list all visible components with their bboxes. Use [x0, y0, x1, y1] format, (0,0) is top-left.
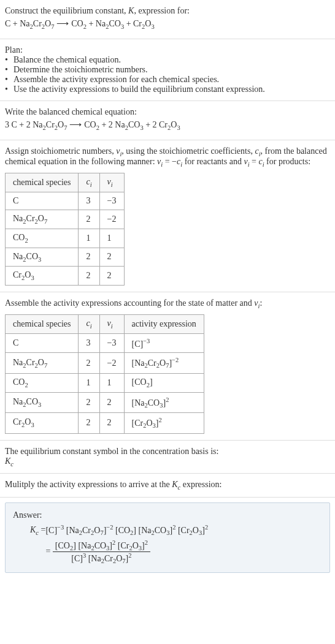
co: CO	[84, 120, 96, 129]
header-species: chemical species	[6, 314, 79, 333]
t: [C]	[45, 526, 57, 535]
t: Na	[13, 397, 23, 406]
cell-species: Na2Cr2O7	[6, 210, 79, 229]
cell-ci: 2	[79, 248, 99, 267]
table-row: CO211[CO2]	[6, 373, 204, 392]
header-ci: ci	[79, 314, 99, 333]
table-header-row: chemical species ci νi	[6, 173, 125, 192]
coef-c: 3 C	[5, 120, 17, 129]
t: Na	[13, 214, 23, 223]
t: [Na	[78, 540, 91, 550]
cell-activity: [CO2]	[124, 373, 204, 392]
sub-c: c	[10, 460, 13, 467]
cell-ci: 1	[79, 373, 99, 392]
sub: 3	[151, 23, 154, 30]
t: CO	[155, 526, 166, 535]
s: 3	[38, 401, 41, 408]
t: [Na	[88, 554, 101, 563]
kc-line1: [C]−3 [Na2Cr2O7]−2 [CO2] [Na2CO3]2 [Cr2O…	[45, 524, 208, 536]
text: Assign stoichiometric numbers,	[5, 146, 116, 156]
sup: 2	[158, 417, 161, 423]
activity-section: Assemble the activity expressions accoun…	[0, 292, 335, 440]
s: 7	[44, 362, 47, 369]
t: Cr	[104, 554, 113, 563]
sup: −2	[172, 357, 179, 363]
t: ]	[150, 377, 153, 387]
cell-species: Cr2O3	[6, 267, 79, 286]
cell-species: CO2	[6, 229, 79, 248]
sup: 2	[145, 539, 148, 546]
cell-species: Na2CO3	[6, 248, 79, 267]
cell-ci: 1	[79, 229, 99, 248]
intro-text-b: , expression for:	[134, 6, 190, 15]
t: O	[38, 358, 44, 367]
numerator: [CO2] [Na2CO3]2 [Cr2O3]2	[53, 539, 150, 552]
t: CO	[13, 233, 25, 242]
cell-nui: 2	[99, 413, 124, 433]
bullet-icon: •	[5, 65, 13, 75]
assign-text: Assign stoichiometric numbers, νi, using…	[5, 146, 330, 169]
cr: Cr	[46, 120, 55, 129]
bullet-text: Assemble the activity expression for eac…	[13, 75, 219, 85]
answer-box: Answer: Kc = [C]−3 [Na2Cr2O7]−2 [CO2] [N…	[5, 502, 330, 572]
na: Na	[96, 19, 106, 28]
t: O	[193, 526, 199, 535]
plus: +	[17, 120, 26, 129]
t: O	[38, 214, 44, 223]
activity-table: chemical species ci νi activity expressi…	[5, 314, 204, 434]
cell-nui: −2	[99, 353, 124, 373]
table-row: Cr2O322[Cr2O3]2	[6, 413, 204, 433]
t: Na	[13, 358, 23, 367]
t: CO	[13, 377, 25, 387]
sub-i: i	[90, 323, 92, 330]
cr: Cr	[33, 19, 42, 28]
t: CO	[26, 252, 38, 261]
sup: 2	[205, 524, 208, 531]
bullet-text: Balance the chemical equation.	[13, 55, 121, 65]
cell-species: Na2Cr2O7	[6, 353, 79, 373]
activity-intro: Assemble the activity expressions accoun…	[5, 298, 330, 309]
text: expression:	[180, 480, 221, 489]
answer-content: Kc = [C]−3 [Na2Cr2O7]−2 [CO2] [Na2CO3]2 …	[30, 524, 322, 564]
co: CO	[128, 120, 140, 129]
t: [Cr	[132, 419, 144, 428]
cell-activity: [C]−3	[124, 333, 204, 353]
s: 2	[25, 237, 28, 244]
plan-title: Plan:	[5, 45, 330, 55]
t: [Na	[132, 358, 145, 368]
t: Cr	[82, 526, 91, 535]
na: 2 Na	[26, 120, 43, 129]
co: CO	[71, 19, 83, 28]
table-header-row: chemical species ci νi activity expressi…	[6, 314, 204, 333]
o: O	[45, 19, 51, 28]
bullet-icon: •	[5, 55, 13, 65]
t: Cr	[148, 358, 156, 368]
sub-i: i	[111, 181, 113, 188]
t: [CO	[132, 377, 147, 387]
s: 3	[31, 422, 34, 428]
bullet-icon: •	[5, 75, 13, 85]
t: [Cr	[178, 526, 190, 535]
kc-line2: = [CO2] [Na2CO3]2 [Cr2O3]2 [C]3 [Na2Cr2O…	[45, 539, 208, 565]
sup: 2	[166, 396, 169, 403]
t: Cr	[26, 214, 35, 223]
bullet-icon: •	[5, 85, 13, 94]
header-nui: νi	[99, 314, 124, 333]
cell-ci: 2	[79, 413, 99, 433]
t: [Cr	[118, 540, 129, 550]
cell-species: Cr2O3	[6, 413, 79, 433]
t: [C]	[132, 339, 144, 348]
bullet-text: Determine the stoichiometric numbers.	[13, 65, 148, 75]
cell-nui: 1	[99, 373, 124, 392]
s: 7	[44, 218, 47, 225]
text: Mulitply the activity expressions to arr…	[5, 480, 172, 489]
arrow-icon: ⟶	[67, 119, 84, 129]
balanced-section: Write the balanced chemical equation: 3 …	[0, 101, 335, 140]
s: 2	[25, 382, 28, 388]
t: [Na	[132, 398, 145, 407]
header-ci: ci	[79, 173, 99, 192]
t: [C]	[71, 554, 83, 563]
k-symbol: K	[128, 6, 134, 15]
cell-species: C	[6, 192, 79, 210]
t: O	[116, 554, 122, 563]
